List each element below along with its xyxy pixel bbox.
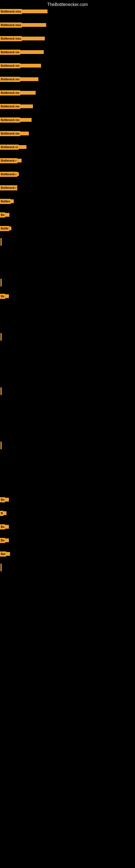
bar-row-14: Bottlen bbox=[0, 197, 14, 205]
bar-badge-0: Bottleneck resu bbox=[0, 9, 22, 14]
bar-row-16: Bottle bbox=[0, 225, 11, 232]
bar-row-26: Bo bbox=[0, 536, 9, 544]
bar-row-8: Bottleneck res bbox=[0, 116, 32, 124]
bar-badge-12: Bottleneck r bbox=[0, 172, 17, 177]
bar-row-20 bbox=[0, 333, 2, 341]
bar-row-21 bbox=[0, 388, 2, 395]
bar-badge-26: Bo bbox=[0, 538, 5, 543]
bar-row-19: Bo bbox=[0, 292, 9, 300]
bar-badge-15: Bo bbox=[0, 212, 5, 218]
bar-badge-3: Bottleneck res bbox=[0, 50, 20, 55]
bar-badge-10: Bottleneck re bbox=[0, 145, 18, 150]
bar-badge-19: Bo bbox=[0, 294, 5, 299]
bar-badge-2: Bottleneck resu bbox=[0, 36, 22, 41]
bar-badge-5: Bottleneck res bbox=[0, 77, 20, 82]
bar-row-0: Bottleneck resu bbox=[0, 8, 48, 15]
bar-badge-24: B bbox=[0, 511, 3, 516]
page-container: TheBottlenecker.com Bottleneck resuBottl… bbox=[0, 0, 135, 868]
bar-row-7: Bottleneck res bbox=[0, 102, 33, 110]
bar-row-15: Bo bbox=[0, 211, 9, 219]
bar-row-17 bbox=[0, 238, 2, 246]
bar-row-1: Bottleneck resu bbox=[0, 21, 46, 29]
bar-badge-11: Bottleneck r bbox=[0, 158, 17, 163]
bar-badge-23: Bo bbox=[0, 497, 5, 502]
bar-row-12: Bottleneck r bbox=[0, 170, 19, 178]
bar-row-13: Bottleneck r bbox=[0, 184, 17, 191]
bar-badge-1: Bottleneck resu bbox=[0, 23, 22, 28]
bar-row-10: Bottleneck re bbox=[0, 143, 27, 151]
bar-row-18 bbox=[0, 279, 2, 286]
bar-row-3: Bottleneck res bbox=[0, 48, 44, 56]
bar-row-23: Bo bbox=[0, 496, 9, 503]
bar-row-6: Bottleneck res bbox=[0, 89, 36, 97]
bar-row-4: Bottleneck res bbox=[0, 62, 41, 69]
bar-row-22 bbox=[0, 442, 2, 449]
bar-row-28 bbox=[0, 564, 2, 571]
bar-badge-9: Bottleneck res bbox=[0, 131, 20, 136]
bar-badge-6: Bottleneck res bbox=[0, 90, 20, 95]
bar-badge-13: Bottleneck r bbox=[0, 185, 17, 190]
bar-badge-25: Bo bbox=[0, 524, 5, 529]
bar-badge-7: Bottleneck res bbox=[0, 104, 20, 109]
bar-row-24: B bbox=[0, 509, 6, 517]
bar-badge-27: Bot bbox=[0, 552, 6, 557]
bar-badge-16: Bottle bbox=[0, 226, 9, 231]
bar-row-5: Bottleneck res bbox=[0, 75, 38, 83]
bar-row-11: Bottleneck r bbox=[0, 157, 21, 164]
bar-row-25: Bo bbox=[0, 523, 9, 531]
bar-badge-8: Bottleneck res bbox=[0, 118, 20, 123]
bar-row-2: Bottleneck resu bbox=[0, 35, 45, 42]
bar-row-9: Bottleneck res bbox=[0, 130, 29, 137]
bar-row-27: Bot bbox=[0, 550, 10, 558]
bar-badge-14: Bottlen bbox=[0, 199, 11, 204]
bar-badge-4: Bottleneck res bbox=[0, 63, 20, 68]
